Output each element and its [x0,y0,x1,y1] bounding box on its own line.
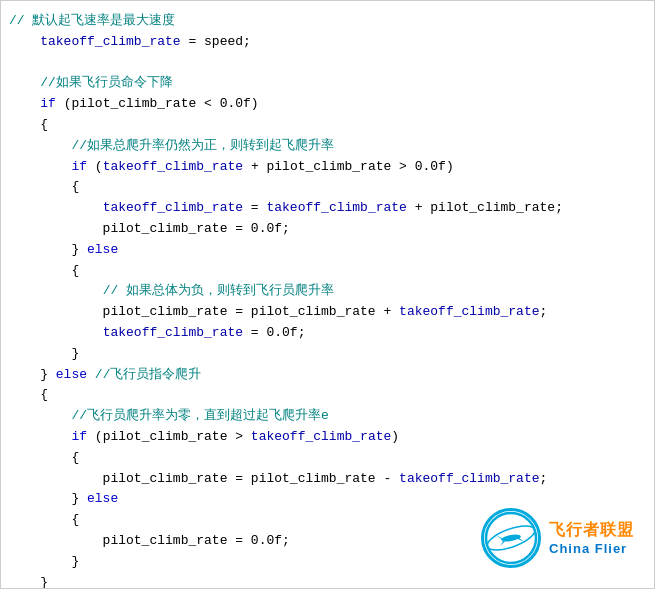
code-line: // 如果总体为负，则转到飞行员爬升率 [9,281,646,302]
code-line: pilot_climb_rate = 0.0f; [9,219,646,240]
logo-en-text: China Flier [549,541,634,556]
code-container: // 默认起飞速率是最大速度 takeoff_climb_rate = spee… [0,0,655,589]
code-line: if (pilot_climb_rate < 0.0f) [9,94,646,115]
code-line: { [9,385,646,406]
code-line: //如果飞行员命令下降 [9,73,646,94]
code-line: //飞行员爬升率为零，直到超过起飞爬升率e [9,406,646,427]
code-line: //如果总爬升率仍然为正，则转到起飞爬升率 [9,136,646,157]
code-line: } [9,573,646,589]
code-line: } [9,344,646,365]
code-line: } else [9,240,646,261]
code-line: // 默认起飞速率是最大速度 [9,11,646,32]
code-line: { [9,115,646,136]
logo-cn-text: 飞行者联盟 [549,520,634,541]
code-line: { [9,261,646,282]
code-line: } else [9,489,646,510]
logo-text-area: 飞行者联盟 China Flier [549,520,634,556]
code-line [9,53,646,74]
logo-circle [481,508,541,568]
code-line: } else //飞行员指令爬升 [9,365,646,386]
code-line: { [9,177,646,198]
code-line: pilot_climb_rate = pilot_climb_rate + ta… [9,302,646,323]
code-line: { [9,448,646,469]
code-line: pilot_climb_rate = pilot_climb_rate - ta… [9,469,646,490]
svg-marker-5 [496,534,503,540]
logo-icon [484,511,538,565]
code-line: takeoff_climb_rate = 0.0f; [9,323,646,344]
code-line: takeoff_climb_rate = speed; [9,32,646,53]
code-line: if (pilot_climb_rate > takeoff_climb_rat… [9,427,646,448]
logo-area: 飞行者联盟 China Flier [481,508,634,568]
code-line: takeoff_climb_rate = takeoff_climb_rate … [9,198,646,219]
code-line: if (takeoff_climb_rate + pilot_climb_rat… [9,157,646,178]
